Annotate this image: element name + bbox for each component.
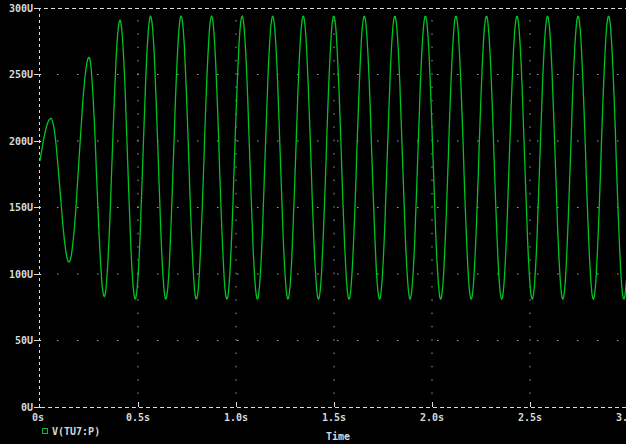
y-tick-label: 300U (0, 3, 33, 14)
x-tick-label: 0.5s (126, 412, 150, 423)
y-tick-label: 50U (0, 335, 33, 346)
y-tick-label: 0U (0, 402, 33, 413)
x-tick-label: 2.5s (518, 412, 542, 423)
x-tick-label: 2.0s (420, 412, 444, 423)
x-tick-label: 0s (32, 412, 44, 423)
probe-plot-window: { "colors": { "background": "#000000", "… (0, 0, 626, 444)
x-axis-title: Time (326, 431, 350, 442)
y-tick-label: 200U (0, 136, 33, 147)
trace-marker-icon (42, 428, 48, 434)
y-tick-label: 100U (0, 269, 33, 280)
y-tick-label: 250U (0, 69, 33, 80)
plot-area (0, 0, 626, 444)
x-tick-label: 3.0s (616, 412, 626, 423)
x-tick-label: 1.5s (322, 412, 346, 423)
legend-series-label: V(TU7:P) (52, 426, 100, 437)
waveform-trace (40, 16, 626, 299)
y-tick-label: 150U (0, 202, 33, 213)
grid-dotted (57, 20, 626, 404)
x-tick-label: 1.0s (224, 412, 248, 423)
